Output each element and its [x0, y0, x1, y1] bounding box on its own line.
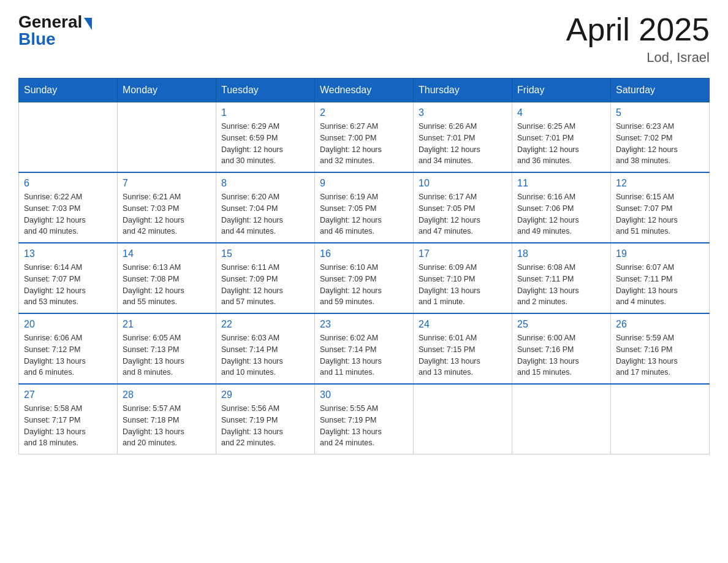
cell-week3-day3: 15Sunrise: 6:11 AM Sunset: 7:09 PM Dayli…: [216, 243, 315, 313]
cell-week3-day4: 16Sunrise: 6:10 AM Sunset: 7:09 PM Dayli…: [315, 243, 414, 313]
logo: General Blue: [18, 12, 92, 49]
day-number: 17: [419, 248, 507, 259]
day-info: Sunrise: 5:58 AM Sunset: 7:17 PM Dayligh…: [24, 403, 112, 449]
header-tuesday: Tuesday: [216, 79, 315, 102]
day-info: Sunrise: 6:09 AM Sunset: 7:10 PM Dayligh…: [419, 262, 507, 308]
day-info: Sunrise: 5:56 AM Sunset: 7:19 PM Dayligh…: [221, 403, 309, 449]
cell-week4-day3: 22Sunrise: 6:03 AM Sunset: 7:14 PM Dayli…: [216, 313, 315, 384]
week-row-1: 1Sunrise: 6:29 AM Sunset: 6:59 PM Daylig…: [19, 102, 710, 173]
day-info: Sunrise: 6:21 AM Sunset: 7:03 PM Dayligh…: [123, 191, 211, 237]
cell-week4-day5: 24Sunrise: 6:01 AM Sunset: 7:15 PM Dayli…: [414, 313, 512, 384]
day-number: 12: [616, 178, 704, 189]
day-number: 3: [419, 107, 507, 118]
calendar-body: 1Sunrise: 6:29 AM Sunset: 6:59 PM Daylig…: [19, 102, 710, 454]
cell-week3-day2: 14Sunrise: 6:13 AM Sunset: 7:08 PM Dayli…: [118, 243, 216, 313]
cell-week1-day1: [19, 102, 118, 173]
cell-week2-day4: 9Sunrise: 6:19 AM Sunset: 7:05 PM Daylig…: [315, 172, 414, 243]
cell-week2-day1: 6Sunrise: 6:22 AM Sunset: 7:03 PM Daylig…: [19, 172, 118, 243]
day-info: Sunrise: 6:07 AM Sunset: 7:11 PM Dayligh…: [616, 262, 704, 308]
header-row: Sunday Monday Tuesday Wednesday Thursday…: [19, 79, 710, 102]
logo-blue-text: Blue: [18, 29, 56, 49]
cell-week1-day4: 2Sunrise: 6:27 AM Sunset: 7:00 PM Daylig…: [315, 102, 414, 173]
cell-week1-day3: 1Sunrise: 6:29 AM Sunset: 6:59 PM Daylig…: [216, 102, 315, 173]
cell-week2-day3: 8Sunrise: 6:20 AM Sunset: 7:04 PM Daylig…: [216, 172, 315, 243]
cell-week4-day6: 25Sunrise: 6:00 AM Sunset: 7:16 PM Dayli…: [512, 313, 611, 384]
day-number: 24: [419, 319, 507, 330]
day-info: Sunrise: 6:01 AM Sunset: 7:15 PM Dayligh…: [419, 332, 507, 378]
cell-week5-day7: [611, 384, 710, 454]
day-number: 5: [616, 107, 704, 118]
cell-week5-day5: [414, 384, 512, 454]
day-info: Sunrise: 6:29 AM Sunset: 6:59 PM Dayligh…: [221, 121, 309, 167]
cell-week1-day5: 3Sunrise: 6:26 AM Sunset: 7:01 PM Daylig…: [414, 102, 512, 173]
cell-week4-day4: 23Sunrise: 6:02 AM Sunset: 7:14 PM Dayli…: [315, 313, 414, 384]
day-info: Sunrise: 5:57 AM Sunset: 7:18 PM Dayligh…: [123, 403, 211, 449]
day-info: Sunrise: 6:14 AM Sunset: 7:07 PM Dayligh…: [24, 262, 112, 308]
day-info: Sunrise: 5:55 AM Sunset: 7:19 PM Dayligh…: [320, 403, 408, 449]
day-number: 25: [517, 319, 605, 330]
day-info: Sunrise: 6:00 AM Sunset: 7:16 PM Dayligh…: [517, 332, 605, 378]
day-number: 30: [320, 389, 408, 400]
page-header: General Blue April 2025 Lod, Israel: [18, 12, 710, 66]
cell-week4-day2: 21Sunrise: 6:05 AM Sunset: 7:13 PM Dayli…: [118, 313, 216, 384]
cell-week3-day1: 13Sunrise: 6:14 AM Sunset: 7:07 PM Dayli…: [19, 243, 118, 313]
cell-week3-day5: 17Sunrise: 6:09 AM Sunset: 7:10 PM Dayli…: [414, 243, 512, 313]
day-number: 14: [123, 248, 211, 259]
calendar-table: Sunday Monday Tuesday Wednesday Thursday…: [18, 78, 710, 454]
day-info: Sunrise: 6:17 AM Sunset: 7:05 PM Dayligh…: [419, 191, 507, 237]
week-row-3: 13Sunrise: 6:14 AM Sunset: 7:07 PM Dayli…: [19, 243, 710, 313]
day-number: 23: [320, 319, 408, 330]
day-number: 7: [123, 178, 211, 189]
cell-week3-day6: 18Sunrise: 6:08 AM Sunset: 7:11 PM Dayli…: [512, 243, 611, 313]
header-friday: Friday: [512, 79, 611, 102]
cell-week5-day3: 29Sunrise: 5:56 AM Sunset: 7:19 PM Dayli…: [216, 384, 315, 454]
cell-week2-day5: 10Sunrise: 6:17 AM Sunset: 7:05 PM Dayli…: [414, 172, 512, 243]
cell-week5-day1: 27Sunrise: 5:58 AM Sunset: 7:17 PM Dayli…: [19, 384, 118, 454]
month-year-title: April 2025: [566, 12, 710, 47]
cell-week2-day6: 11Sunrise: 6:16 AM Sunset: 7:06 PM Dayli…: [512, 172, 611, 243]
day-number: 10: [419, 178, 507, 189]
day-number: 29: [221, 389, 309, 400]
day-info: Sunrise: 6:15 AM Sunset: 7:07 PM Dayligh…: [616, 191, 704, 237]
day-number: 18: [517, 248, 605, 259]
cell-week3-day7: 19Sunrise: 6:07 AM Sunset: 7:11 PM Dayli…: [611, 243, 710, 313]
day-info: Sunrise: 6:06 AM Sunset: 7:12 PM Dayligh…: [24, 332, 112, 378]
header-saturday: Saturday: [611, 79, 710, 102]
header-monday: Monday: [118, 79, 216, 102]
header-sunday: Sunday: [19, 79, 118, 102]
cell-week4-day1: 20Sunrise: 6:06 AM Sunset: 7:12 PM Dayli…: [19, 313, 118, 384]
title-section: April 2025 Lod, Israel: [566, 12, 710, 66]
day-number: 20: [24, 319, 112, 330]
day-info: Sunrise: 6:20 AM Sunset: 7:04 PM Dayligh…: [221, 191, 309, 237]
day-number: 6: [24, 178, 112, 189]
day-number: 21: [123, 319, 211, 330]
day-number: 9: [320, 178, 408, 189]
day-info: Sunrise: 6:19 AM Sunset: 7:05 PM Dayligh…: [320, 191, 408, 237]
week-row-4: 20Sunrise: 6:06 AM Sunset: 7:12 PM Dayli…: [19, 313, 710, 384]
day-info: Sunrise: 6:23 AM Sunset: 7:02 PM Dayligh…: [616, 121, 704, 167]
cell-week1-day6: 4Sunrise: 6:25 AM Sunset: 7:01 PM Daylig…: [512, 102, 611, 173]
cell-week1-day7: 5Sunrise: 6:23 AM Sunset: 7:02 PM Daylig…: [611, 102, 710, 173]
day-number: 26: [616, 319, 704, 330]
cell-week1-day2: [118, 102, 216, 173]
logo-triangle-icon: [84, 18, 92, 30]
day-number: 4: [517, 107, 605, 118]
day-number: 11: [517, 178, 605, 189]
day-info: Sunrise: 6:22 AM Sunset: 7:03 PM Dayligh…: [24, 191, 112, 237]
day-info: Sunrise: 6:27 AM Sunset: 7:00 PM Dayligh…: [320, 121, 408, 167]
day-info: Sunrise: 6:11 AM Sunset: 7:09 PM Dayligh…: [221, 262, 309, 308]
day-number: 19: [616, 248, 704, 259]
day-info: Sunrise: 6:08 AM Sunset: 7:11 PM Dayligh…: [517, 262, 605, 308]
day-info: Sunrise: 6:13 AM Sunset: 7:08 PM Dayligh…: [123, 262, 211, 308]
calendar-header: Sunday Monday Tuesday Wednesday Thursday…: [19, 79, 710, 102]
week-row-5: 27Sunrise: 5:58 AM Sunset: 7:17 PM Dayli…: [19, 384, 710, 454]
day-info: Sunrise: 6:26 AM Sunset: 7:01 PM Dayligh…: [419, 121, 507, 167]
day-info: Sunrise: 6:10 AM Sunset: 7:09 PM Dayligh…: [320, 262, 408, 308]
cell-week2-day2: 7Sunrise: 6:21 AM Sunset: 7:03 PM Daylig…: [118, 172, 216, 243]
day-number: 16: [320, 248, 408, 259]
cell-week5-day4: 30Sunrise: 5:55 AM Sunset: 7:19 PM Dayli…: [315, 384, 414, 454]
cell-week5-day2: 28Sunrise: 5:57 AM Sunset: 7:18 PM Dayli…: [118, 384, 216, 454]
day-info: Sunrise: 6:02 AM Sunset: 7:14 PM Dayligh…: [320, 332, 408, 378]
location-label: Lod, Israel: [566, 50, 710, 66]
day-info: Sunrise: 6:25 AM Sunset: 7:01 PM Dayligh…: [517, 121, 605, 167]
